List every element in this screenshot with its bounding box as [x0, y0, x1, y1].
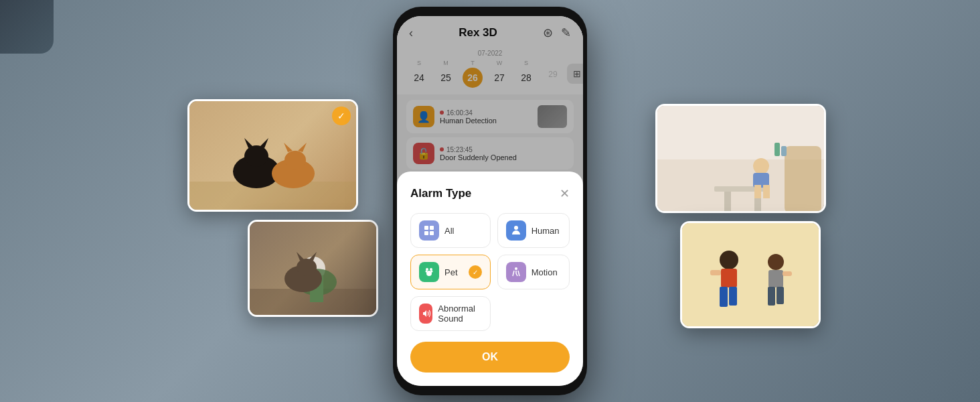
pet-icon [419, 262, 439, 282]
modal-header: Alarm Type ✕ [410, 186, 570, 201]
svg-rect-42 [424, 231, 428, 235]
svg-rect-39 [783, 271, 792, 276]
svg-rect-41 [430, 226, 434, 230]
alarm-item-pet[interactable]: Pet ✓ [410, 255, 491, 289]
svg-rect-25 [785, 146, 821, 213]
alarm-type-grid: All Human [410, 213, 570, 331]
alarm-label-sound: Abnormal Sound [438, 304, 481, 324]
phone-screen: ‹ Rex 3D ⊛ ✎ 07-2022 S 24 [397, 16, 583, 386]
alarm-label-human: Human [532, 226, 560, 236]
alarm-type-modal: Alarm Type ✕ All [397, 172, 583, 386]
svg-point-6 [284, 151, 306, 170]
sound-icon [419, 304, 432, 324]
alarm-label-all: All [444, 226, 454, 236]
svg-marker-4 [260, 138, 268, 148]
svg-rect-27 [781, 146, 787, 156]
alarm-item-human[interactable]: Human [497, 213, 570, 248]
baby-svg [657, 106, 826, 213]
svg-marker-7 [284, 143, 293, 152]
kids-svg [682, 223, 821, 328]
alarm-item-sound[interactable]: Abnormal Sound [410, 296, 491, 331]
alarm-label-pet: Pet [444, 267, 458, 277]
svg-point-21 [753, 158, 769, 174]
modal-overlay: Alarm Type ✕ All [397, 16, 583, 386]
svg-rect-43 [430, 231, 434, 235]
svg-marker-15 [309, 252, 317, 261]
alarm-item-motion[interactable]: Motion [497, 255, 570, 289]
modal-close-button[interactable]: ✕ [560, 186, 570, 201]
svg-point-35 [768, 254, 784, 270]
alarm-label-motion: Motion [532, 267, 558, 277]
svg-rect-37 [768, 287, 775, 306]
svg-rect-31 [721, 269, 737, 287]
svg-rect-29 [682, 223, 821, 328]
svg-rect-36 [768, 270, 783, 287]
svg-rect-33 [729, 287, 737, 306]
svg-point-49 [431, 271, 433, 273]
svg-point-50 [515, 267, 517, 270]
svg-rect-19 [724, 192, 731, 213]
thumbnail-cats-playing[interactable]: ✓ [187, 99, 358, 212]
keyboard-decoration [0, 0, 54, 54]
thumbnail-kids-running[interactable]: ▶ [680, 221, 821, 328]
alarm-item-all[interactable]: All [410, 213, 491, 248]
svg-point-48 [426, 271, 428, 273]
svg-rect-26 [774, 143, 780, 156]
svg-point-45 [426, 268, 428, 271]
svg-rect-38 [777, 287, 784, 304]
svg-marker-14 [297, 252, 305, 261]
svg-marker-8 [298, 143, 307, 152]
svg-rect-24 [763, 185, 770, 198]
svg-point-2 [244, 145, 268, 167]
svg-rect-40 [424, 226, 428, 230]
all-icon [419, 220, 439, 241]
svg-marker-3 [244, 138, 253, 148]
svg-point-44 [514, 226, 518, 230]
phone-scene: ‹ Rex 3D ⊛ ✎ 07-2022 S 24 [349, 0, 631, 402]
thumbnail-image [657, 106, 824, 211]
svg-rect-23 [754, 185, 761, 198]
human-icon [506, 220, 526, 241]
modal-title: Alarm Type [410, 187, 471, 200]
svg-point-46 [430, 268, 432, 271]
thumbnail-image: ✓ [189, 101, 356, 210]
thumbnail-baby[interactable] [655, 104, 826, 213]
svg-point-13 [297, 259, 317, 276]
svg-rect-0 [189, 182, 358, 212]
svg-rect-34 [710, 270, 721, 275]
pet-selected-check: ✓ [469, 265, 482, 279]
thumbnail-image: ▶ [682, 223, 819, 326]
svg-rect-32 [720, 287, 728, 307]
motion-icon [506, 262, 526, 282]
selected-badge: ✓ [332, 107, 351, 125]
svg-point-30 [720, 251, 738, 269]
phone-device: ‹ Rex 3D ⊛ ✎ 07-2022 S 24 [393, 7, 587, 395]
ok-button[interactable]: OK [410, 342, 570, 373]
